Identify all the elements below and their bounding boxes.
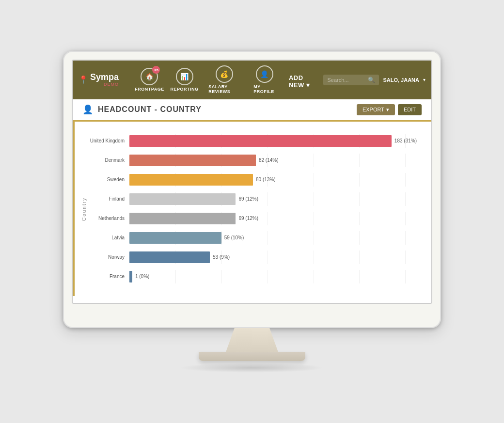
bar-fill	[129, 251, 210, 263]
nav-right: 🔍 SALO, JAANA ▾	[323, 75, 425, 85]
bar-track: 80 (13%)	[129, 173, 417, 187]
page-content: 👤 HEADCOUNT - COUNTRY EXPORT ▾ EDIT C	[73, 99, 431, 303]
nav-frontpage[interactable]: 🏠 35 FRONTPAGE	[132, 64, 167, 95]
chart-bar-row: Denmark82 (14%)	[88, 151, 417, 170]
page-title-area: 👤 HEADCOUNT - COUNTRY	[82, 104, 202, 115]
user-label[interactable]: SALO, JAANA	[383, 77, 419, 83]
bar-value-label: 69 (12%)	[238, 216, 258, 221]
frontpage-badge: 35	[152, 66, 160, 74]
bar-country-label: Netherlands	[88, 216, 129, 221]
export-chevron-icon: ▾	[386, 107, 389, 113]
chart-bar-row: France1 (0%)	[88, 267, 417, 286]
reporting-label: REPORTING	[171, 87, 199, 92]
chart-bar-row: Netherlands69 (12%)	[88, 209, 417, 228]
bar-track: 69 (12%)	[129, 192, 417, 206]
bar-fill	[129, 135, 392, 147]
salary-reviews-icon: 💰	[216, 65, 233, 83]
search-icon: 🔍	[368, 77, 375, 83]
nav-items: 🏠 35 FRONTPAGE 📊 REPORTING 💰 SALARY REVI…	[132, 62, 323, 98]
reporting-icon: 📊	[176, 68, 193, 85]
bar-track: 82 (14%)	[129, 154, 417, 167]
chart-bar-row: Latvia59 (10%)	[88, 228, 417, 248]
chart-bar-row: United Kingdom183 (31%)	[88, 131, 417, 151]
chart-bar-row: Sweden80 (13%)	[88, 170, 417, 189]
search-area[interactable]: 🔍	[323, 75, 379, 85]
bar-country-label: Denmark	[88, 157, 129, 163]
navbar: 📍 Sympa DEMO 🏠 35 FRONTPAGE	[73, 61, 431, 99]
bar-value-label: 80 (13%)	[256, 177, 276, 182]
nav-add-new[interactable]: ADD NEW ▾	[282, 67, 324, 93]
search-input[interactable]	[327, 77, 366, 83]
bar-country-label: France	[88, 274, 129, 279]
bar-country-label: Latvia	[88, 235, 129, 240]
edit-button[interactable]: EDIT	[398, 104, 422, 115]
nav-salary-reviews[interactable]: 💰 SALARY REVIEWS	[202, 62, 247, 98]
header-actions: EXPORT ▾ EDIT	[357, 104, 422, 115]
bar-value-label: 183 (31%)	[394, 138, 417, 143]
y-axis-label: Country	[79, 131, 88, 286]
bar-fill	[129, 193, 236, 205]
bar-value-label: 1 (0%)	[135, 274, 149, 279]
bar-fill	[129, 232, 221, 244]
monitor-base	[199, 352, 305, 361]
nav-reporting[interactable]: 📊 REPORTING	[167, 64, 202, 95]
my-profile-label: MY PROFILE	[253, 84, 275, 94]
bar-fill	[129, 271, 132, 282]
monitor-neck	[223, 328, 281, 352]
chart-bars: United Kingdom183 (31%)Denmark82 (14%)Sw…	[88, 131, 417, 286]
logo-area: 📍 Sympa DEMO	[79, 73, 122, 87]
add-new-label: ADD NEW ▾	[289, 74, 317, 89]
salary-reviews-label: SALARY REVIEWS	[208, 84, 240, 94]
logo-pin-icon: 📍	[79, 75, 88, 84]
bar-value-label: 53 (9%)	[213, 254, 230, 260]
bar-track: 183 (31%)	[129, 134, 417, 148]
logo-demo: DEMO	[90, 82, 119, 87]
nav-my-profile[interactable]: 👤 MY PROFILE	[247, 62, 282, 98]
bar-country-label: Finland	[88, 196, 129, 202]
export-label: EXPORT	[362, 107, 384, 112]
chart-bar-row: Norway53 (9%)	[88, 248, 417, 267]
page-header: 👤 HEADCOUNT - COUNTRY EXPORT ▾ EDIT	[73, 99, 431, 122]
user-dropdown-icon: ▾	[423, 77, 425, 82]
bar-fill	[129, 174, 253, 186]
headcount-icon: 👤	[82, 104, 93, 115]
bar-country-label: United Kingdom	[88, 138, 129, 143]
bar-track: 59 (10%)	[129, 231, 417, 245]
page-title: HEADCOUNT - COUNTRY	[98, 105, 202, 114]
bar-country-label: Norway	[88, 254, 129, 260]
bar-fill	[129, 213, 236, 224]
bar-track: 69 (12%)	[129, 212, 417, 225]
frontpage-label: FRONTPAGE	[135, 87, 164, 92]
bar-track: 53 (9%)	[129, 251, 417, 264]
bar-track: 1 (0%)	[129, 270, 417, 283]
chart-bar-row: Finland69 (12%)	[88, 189, 417, 209]
my-profile-icon: 👤	[256, 65, 273, 83]
frontpage-icon: 🏠 35	[141, 68, 158, 85]
bar-country-label: Sweden	[88, 177, 129, 182]
bar-fill	[129, 155, 256, 166]
chart-container: Country United Kingdom183 (31%)Denmark82…	[73, 122, 431, 296]
bar-value-label: 69 (12%)	[238, 196, 258, 202]
logo-text: Sympa	[90, 72, 119, 82]
bar-value-label: 59 (10%)	[224, 235, 244, 240]
bar-value-label: 82 (14%)	[259, 157, 279, 163]
monitor-shadow	[179, 363, 325, 373]
export-button[interactable]: EXPORT ▾	[357, 104, 395, 115]
